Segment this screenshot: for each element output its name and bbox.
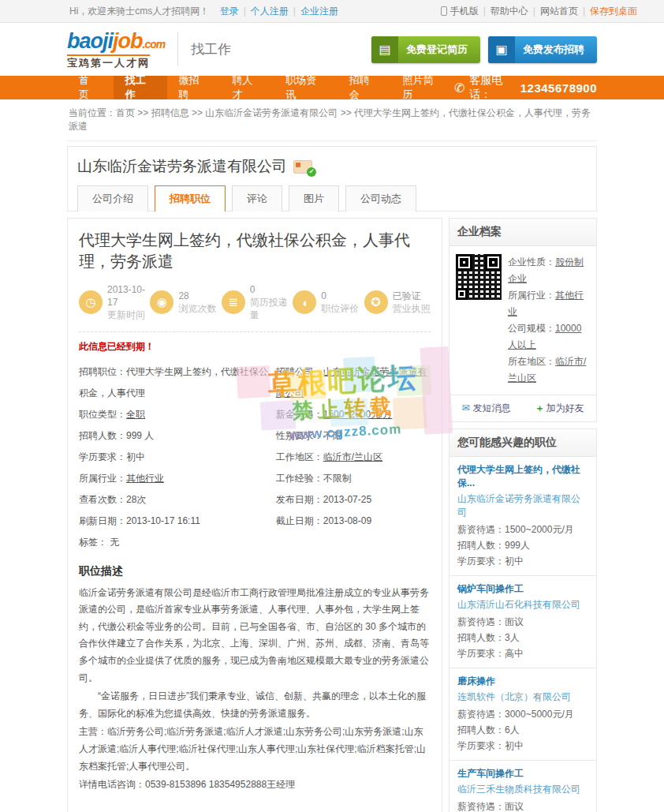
separator: | [244,6,246,17]
related-job-count: 招聘人数：6人 [457,722,588,738]
add-friend-button[interactable]: ＋加为好友 [523,395,596,421]
personal-register-link[interactable]: 个人注册 [251,6,289,17]
nav-item-photo-resume[interactable]: 照片简历 [390,76,453,99]
field-row: 招聘人数：999 人 [79,425,276,447]
related-job-title[interactable]: 锅炉车间操作工 [457,582,588,596]
tab-comments[interactable]: 评论 [232,185,282,211]
interesting-jobs-heading: 您可能感兴趣的职位 [450,429,596,457]
dashed-divider [79,331,431,332]
count-label: 招聘人数： [457,540,505,551]
related-job-company[interactable]: 山东清沂山石化科技有限公司 [457,598,588,612]
related-job-salary: 薪资待遇：面议 [457,614,588,630]
field-value-link[interactable]: 1500~2000元/月 [323,409,393,420]
verified-badge-icon: ✔ [293,160,312,174]
stat-label: 职位评价 [321,303,359,314]
job-stats: ◷ 2013-10-17更新时间 ◉ 28浏览次数 ≣ 0简历投递量 ◖ 0职位… [79,283,431,322]
company-register-link[interactable]: 企业注册 [300,6,338,17]
field-row: 招聘公司：山东临沂金诺劳务派遣有限公司 [276,361,431,404]
related-job-edu: 学历要求：初中 [457,738,588,754]
mobile-version-link[interactable]: 手机版 [450,6,479,17]
stat-value: 0 [250,284,256,295]
service-hotline: ✆ 客服电话： 12345678900 [454,76,597,99]
field-value: 无 [110,537,119,548]
edu-label: 学历要求： [457,648,505,659]
related-job-item: 磨床操作 连凯软件（北京）有限公司 薪资待遇：3000~5000元/月 招聘人数… [450,668,596,761]
field-row: 截止日期：2013-08-09 [276,511,431,532]
topbar: Hi，欢迎来骑士cms人才招聘网！ 登录|个人注册|企业注册 手机版|帮助中心|… [0,0,664,23]
field-label: 工作经验： [276,473,323,484]
eye-icon: ◉ [150,290,173,314]
field-value: 不限制 [323,473,352,484]
post-job-button[interactable]: ▣ 免费发布招聘 [488,36,597,63]
topbar-left: Hi，欢迎来骑士cms人才招聘网！ 登录|个人注册|企业注册 [69,5,338,18]
logo-subtitle: 宝鸡第一人才网 [67,54,150,68]
main-nav: 首 页 找工作 微招聘 聘人才 职场资讯 招聘会 照片简历 ✆ 客服电话： 12… [0,76,664,99]
related-job-company[interactable]: 连凯软件（北京）有限公司 [457,690,588,704]
related-job-title[interactable]: 生产车间操作工 [457,767,588,780]
hotline-number: 12345678900 [520,81,597,95]
register-resume-button[interactable]: ▤ 免费登记简历 [371,36,480,63]
field-row: 工作地区：临沂市/兰山区 [276,447,431,468]
login-link[interactable]: 登录 [220,6,239,17]
nav-item-hire-talent[interactable]: 聘人才 [220,76,274,99]
register-resume-label: 免费登记简历 [406,43,468,57]
company-profile-panel: 企业档案 企业性质：股份制企业 所属行业：其他行业 公司规模：10000人以上 … [449,218,597,422]
field-value-link[interactable]: 临沂市/兰山区 [323,451,382,462]
sidebar: 企业档案 企业性质：股份制企业 所属行业：其他行业 公司规模：10000人以上 … [449,218,597,812]
nav-item-career-news[interactable]: 职场资讯 [274,76,337,99]
tab-job-positions[interactable]: 招聘职位 [155,185,226,211]
profile-label: 企业性质： [508,256,555,268]
phone-icon: ✆ [454,80,464,95]
topbar-right: 手机版|帮助中心|网站首页|保存到桌面 [441,5,637,18]
related-job-company[interactable]: 临沂三禾生物质科技有限公司 [457,783,588,796]
nav-item-home[interactable]: 首 页 [67,76,114,99]
site-home-link[interactable]: 网站首页 [540,6,578,17]
related-job-title[interactable]: 代理大学生网上签约，代缴社保... [457,463,588,490]
field-value: 2013-08-09 [323,515,371,526]
site-logo[interactable]: baojijob.com 宝鸡第一人才网 [67,31,165,68]
field-value-link[interactable]: 其他行业 [126,473,164,484]
edu-value: 高中 [505,648,524,659]
help-center-link[interactable]: 帮助中心 [491,6,528,17]
company-panel: 山东临沂金诺劳务派遣有限公司 ✔ 公司介绍 招聘职位 评论 图片 公司动态 [67,146,597,211]
description-paragraph: “金诺服务，日日进步”我们秉承专业、诚信、创新、共赢的理念，以本土化的服务、国际… [79,688,431,722]
field-label: 截止日期： [276,515,323,526]
field-label: 学历要求： [79,451,126,462]
related-job-title[interactable]: 磨床操作 [457,675,588,688]
count-value: 999人 [505,540,530,551]
logo-text-com: .com [143,38,166,51]
profile-label: 公司规模： [508,323,555,334]
description-paragraph: 临沂金诺劳务派遣有限公司是经临沂市工商行政管理局批准注册成立的专业从事劳务派遣的… [79,585,431,687]
stat-label: 营业执照 [393,303,431,314]
field-row: 性别要求：不限 [276,425,431,447]
nav-item-micro-recruit[interactable]: 微招聘 [167,76,221,99]
hotline-label: 客服电话： [469,73,520,102]
related-job-company[interactable]: 山东临沂金诺劳务派遣有限公司 [457,492,588,519]
field-label: 招聘公司： [276,366,323,377]
tab-company-news[interactable]: 公司动态 [345,185,416,211]
tab-photos[interactable]: 图片 [289,185,339,211]
job-title: 代理大学生网上签约，代缴社保公积金，人事代理，劳务派遣 [79,230,431,272]
job-detail-panel: 代理大学生网上签约，代缴社保公积金，人事代理，劳务派遣 ◷ 2013-10-17… [67,218,442,812]
job-description: 临沂金诺劳务派遣有限公司是经临沂市工商行政管理局批准注册成立的专业从事劳务派遣的… [79,585,431,812]
field-label: 职位类型： [79,409,126,420]
nav-item-find-job[interactable]: 找工作 [114,76,167,99]
field-row: 学历要求：初中 [79,447,276,468]
field-label: 标签： [79,537,107,548]
field-row: 招聘职位：代理大学生网上签约，代缴社保公积金，人事代理 [79,361,276,404]
tab-company-intro[interactable]: 公司介绍 [77,185,148,211]
job-description-heading: 职位描述 [79,564,431,578]
job-fields: 招聘职位：代理大学生网上签约，代缴社保公积金，人事代理 职位类型：全职 招聘人数… [79,361,431,553]
field-label: 查看次数： [79,494,126,505]
company-qr-code [456,254,502,300]
field-value-link[interactable]: 全职 [126,409,145,420]
company-profile-heading: 企业档案 [450,219,596,246]
separator: | [483,6,486,17]
breadcrumb: 当前位置：首页 >> 招聘信息 >> 山东临沂金诺劳务派遣有限公司 >> 代理大… [67,99,597,141]
nav-item-job-fair[interactable]: 招聘会 [338,76,391,99]
stat-review-count: ◖ 0职位评价 [293,283,359,322]
related-job-item: 生产车间操作工 临沂三禾生物质科技有限公司 薪资待遇：面议 招聘人数：3人 学历… [450,761,596,812]
stat-update-time: ◷ 2013-10-17更新时间 [79,283,145,322]
send-message-button[interactable]: ✉发短消息 [450,395,523,421]
save-desktop-link[interactable]: 保存到桌面 [590,6,637,17]
